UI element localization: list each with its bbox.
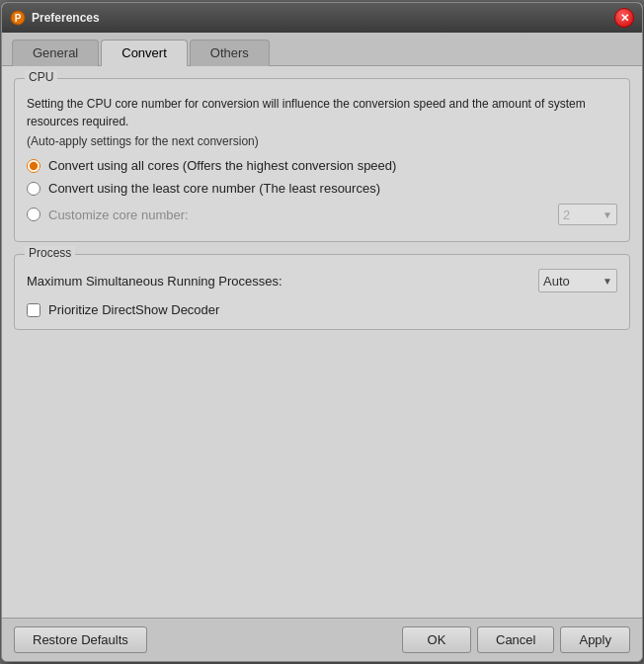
- title-bar: P Preferences ✕: [2, 3, 642, 33]
- footer: Restore Defaults OK Cancel Apply: [2, 618, 642, 661]
- content-area: CPU Setting the CPU core number for conv…: [2, 66, 642, 618]
- max-processes-select[interactable]: Auto ▼: [538, 269, 617, 292]
- tab-convert[interactable]: Convert: [101, 40, 188, 66]
- core-number-spinbox[interactable]: 2 ▼: [558, 204, 617, 225]
- close-button[interactable]: ✕: [614, 8, 634, 28]
- cpu-section: CPU Setting the CPU core number for conv…: [14, 78, 630, 242]
- max-processes-row: Maximum Simultaneous Running Processes: …: [27, 269, 617, 292]
- restore-defaults-button[interactable]: Restore Defaults: [14, 626, 147, 653]
- tab-others[interactable]: Others: [190, 40, 270, 66]
- select-arrow-icon: ▼: [603, 276, 612, 287]
- radio-customize-cores[interactable]: [27, 208, 40, 221]
- radio-least-cores[interactable]: [27, 182, 40, 196]
- cancel-button[interactable]: Cancel: [477, 626, 554, 653]
- process-legend: Process: [25, 246, 75, 260]
- process-section: Process Maximum Simultaneous Running Pro…: [14, 254, 630, 330]
- cpu-legend: CPU: [25, 70, 57, 84]
- apply-button[interactable]: Apply: [560, 626, 630, 653]
- radio-all-cores[interactable]: [27, 159, 40, 173]
- label-all-cores: Convert using all cores (Offers the high…: [48, 158, 396, 173]
- footer-inner: Restore Defaults OK Cancel Apply: [14, 626, 630, 653]
- directshow-label: Prioritize DirectShow Decoder: [48, 302, 219, 317]
- label-least-cores: Convert using the least core number (The…: [48, 181, 380, 196]
- tab-general[interactable]: General: [12, 40, 99, 66]
- auto-apply-text: (Auto-apply settings for the next conver…: [27, 134, 617, 148]
- preferences-window: P Preferences ✕ General Convert Others C…: [1, 2, 643, 662]
- spinbox-arrow-icon: ▼: [603, 209, 612, 220]
- ok-button[interactable]: OK: [402, 626, 471, 653]
- directshow-checkbox[interactable]: [27, 303, 40, 317]
- window-title: Preferences: [32, 11, 614, 25]
- cpu-description: Setting the CPU core number for conversi…: [27, 95, 617, 130]
- radio-option-customize: Customize core number: 2 ▼: [27, 204, 617, 225]
- radio-option-least-cores: Convert using the least core number (The…: [27, 181, 617, 196]
- radio-option-all-cores: Convert using all cores (Offers the high…: [27, 158, 617, 173]
- ok-cancel-apply-group: OK Cancel Apply: [402, 626, 630, 653]
- spinbox-value: 2: [563, 208, 603, 222]
- directshow-checkbox-row: Prioritize DirectShow Decoder: [27, 302, 617, 317]
- app-icon: P: [10, 10, 26, 26]
- svg-text:P: P: [15, 13, 22, 24]
- label-customize-cores: Customize core number:: [48, 208, 558, 222]
- tabs-bar: General Convert Others: [2, 33, 642, 66]
- select-value: Auto: [543, 274, 570, 289]
- max-processes-label: Maximum Simultaneous Running Processes:: [27, 274, 538, 289]
